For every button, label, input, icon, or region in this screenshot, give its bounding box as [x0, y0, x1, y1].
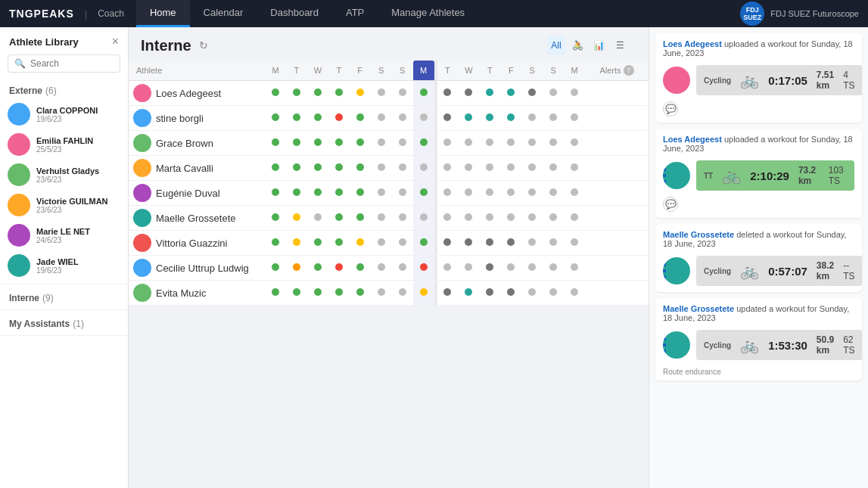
refresh-button[interactable]: ↻	[199, 39, 208, 51]
table-row[interactable]: Loes Adegeest	[129, 81, 649, 106]
search-box[interactable]: 🔍	[8, 54, 120, 73]
sidebar-title: Athlete Library	[9, 36, 79, 48]
nav-right: FDJSUEZ FDJ SUEZ Futuroscope	[740, 2, 859, 26]
training-dot	[293, 138, 300, 146]
dot-cell	[413, 256, 434, 281]
training-dot	[443, 213, 451, 221]
dot-cell	[437, 281, 459, 306]
athlete-info: Clara COPPONI 19/6/23	[36, 106, 120, 123]
sidebar-close-button[interactable]: ×	[112, 35, 119, 48]
comment-button[interactable]: 💬	[663, 101, 678, 117]
activity-avatar	[663, 67, 690, 94]
sidebar-athlete-item[interactable]: Victorie GUILMAN 23/6/23	[0, 190, 128, 220]
training-dot	[507, 213, 515, 221]
dot-cell	[328, 256, 350, 281]
dot-cell	[564, 281, 585, 306]
alert-cell	[585, 281, 649, 306]
training-dot	[293, 288, 300, 296]
nav-tab-calendar[interactable]: Calendar	[190, 0, 257, 27]
dot-cell	[307, 231, 328, 256]
activity-detail[interactable]: TT 🚲 2:10:29 73.2 km 103 TS	[696, 160, 854, 191]
dot-cell	[437, 81, 459, 106]
section-label-My Assistants[interactable]: My Assistants(1)	[9, 319, 84, 329]
alert-cell	[585, 231, 649, 256]
nav-tab-atp[interactable]: ATP	[332, 0, 378, 27]
training-dot	[314, 188, 322, 196]
dot-cell	[328, 281, 350, 306]
view-all-button[interactable]: All	[547, 36, 565, 54]
nav-tab-dashboard[interactable]: Dashboard	[257, 0, 332, 27]
dot-cell	[392, 206, 413, 231]
training-dot	[549, 238, 557, 246]
alerts-help-icon[interactable]: ?	[624, 65, 634, 76]
view-list-button[interactable]: ☰	[611, 36, 629, 54]
dot-cell	[265, 256, 286, 281]
avatar	[133, 259, 151, 277]
sidebar-athlete-item[interactable]: Jade WIEL 19/6/23	[0, 250, 128, 281]
table-row[interactable]: Maelle Grossetete	[129, 206, 649, 231]
training-dot	[293, 163, 300, 171]
training-dot	[314, 263, 322, 271]
table-row[interactable]: Grace Brown	[129, 131, 649, 156]
dot-cell	[500, 106, 521, 131]
table-row[interactable]: Marta Cavalli	[129, 156, 649, 181]
activity-detail[interactable]: Cycling 🚲 0:57:07 38.2 km -- TS	[696, 256, 862, 286]
sidebar-athlete-item[interactable]: Emilia FAHLIN 25/5/23	[0, 129, 128, 160]
sidebar-athlete-item[interactable]: Verhulst Gladys 23/6/23	[0, 160, 128, 190]
training-dot	[549, 89, 557, 96]
training-dot	[571, 89, 578, 96]
dot-cell	[458, 106, 479, 131]
dot-cell	[543, 156, 564, 181]
dot-cell	[543, 81, 564, 106]
sidebar-athlete-item[interactable]: Clara COPPONI 19/6/23	[0, 99, 128, 129]
training-dot	[399, 163, 406, 171]
activity-duration: 2:10:29	[750, 169, 789, 182]
comment-button[interactable]: 💬	[663, 197, 678, 212]
nav-tab-home[interactable]: Home	[136, 0, 190, 27]
athlete-name-cell: Marta Cavalli	[129, 156, 265, 181]
sidebar-athlete-item[interactable]: Marie LE NET 24/6/23	[0, 220, 128, 250]
training-dot	[528, 188, 536, 196]
athlete-name: Maelle Grossetete	[156, 213, 236, 224]
training-dot	[507, 113, 515, 121]
training-dot	[272, 288, 279, 296]
view-chart-button[interactable]: 📊	[590, 36, 608, 54]
dot-cell	[328, 81, 350, 106]
dot-cell	[413, 81, 434, 106]
training-dot	[356, 89, 364, 96]
training-dot	[528, 263, 536, 271]
search-input[interactable]	[30, 58, 114, 69]
table-row[interactable]: Eugénie Duval	[129, 181, 649, 206]
view-cycle-button[interactable]: 🚴	[568, 36, 586, 54]
table-row[interactable]: Cecilie Uttrup Ludwig	[129, 256, 649, 281]
dot-cell	[500, 206, 521, 231]
training-dot	[443, 89, 451, 96]
dot-cell	[392, 256, 413, 281]
table-row[interactable]: Evita Muzic	[129, 281, 649, 306]
dot-cell	[458, 81, 479, 106]
training-dot	[356, 188, 364, 196]
logo-area: TNGPEAKS | Coach	[9, 8, 124, 20]
nav-tab-manage athletes[interactable]: Manage Athletes	[378, 0, 478, 27]
activity-card: Maelle Grossetete deleted a workout for …	[655, 224, 862, 292]
training-dot	[465, 288, 472, 296]
section-label-Interne[interactable]: Interne(9)	[9, 293, 54, 303]
col-header-right-2: T	[479, 61, 500, 81]
table-row[interactable]: Vittoria Guazzini	[129, 231, 649, 256]
training-dot	[571, 113, 578, 121]
avatar	[133, 134, 151, 152]
table-row[interactable]: stine borgli	[129, 106, 649, 131]
dot-cell	[265, 206, 286, 231]
training-dot	[443, 163, 451, 171]
dot-cell	[371, 231, 392, 256]
dot-cell	[286, 81, 307, 106]
activity-detail[interactable]: Cycling 🚲 1:53:30 50.9 km 62 TS	[696, 330, 862, 360]
dot-cell	[328, 206, 350, 231]
dot-cell	[437, 206, 459, 231]
training-dot	[399, 188, 406, 196]
training-dot	[378, 89, 385, 96]
activity-stats: 0:17:05	[768, 74, 807, 87]
activity-detail[interactable]: Cycling 🚲 0:17:05 7.51 km 4 TS	[696, 65, 862, 95]
section-label-Externe[interactable]: Externe(6)	[9, 85, 57, 96]
training-dot	[356, 238, 364, 246]
